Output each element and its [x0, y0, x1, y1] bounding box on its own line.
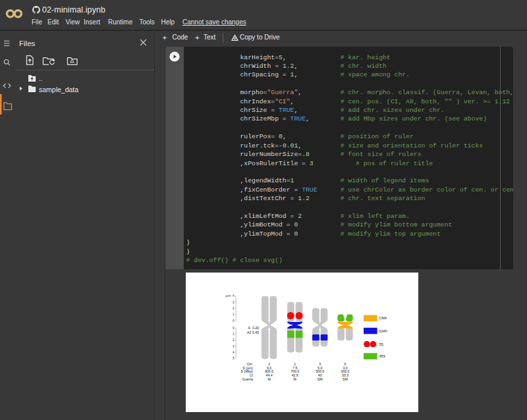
- svg-text:M: M: [294, 377, 296, 381]
- svg-text:CMA: CMA: [379, 316, 387, 320]
- svg-text:3: 3: [233, 344, 235, 348]
- svg-text:45S: 45S: [379, 354, 386, 358]
- svg-text:1: 1: [233, 313, 235, 316]
- svg-text:0: 0: [233, 319, 235, 322]
- svg-text:3: 3: [233, 300, 235, 303]
- svg-text:µm: µm: [226, 294, 231, 298]
- svg-text:4: 4: [233, 351, 235, 354]
- svg-text:1: 1: [233, 332, 235, 336]
- svg-text:A2 0.43: A2 0.43: [247, 330, 259, 334]
- svg-text:5: 5: [233, 357, 235, 360]
- svg-text:SM: SM: [318, 377, 323, 381]
- svg-text:2: 2: [233, 307, 235, 310]
- svg-text:M: M: [267, 377, 270, 381]
- svg-text:2: 2: [233, 338, 235, 342]
- svg-text:0: 0: [233, 326, 235, 329]
- svg-text:DAPI: DAPI: [379, 328, 387, 332]
- svg-text:4: 4: [233, 294, 235, 298]
- svg-text:A 0.20: A 0.20: [248, 326, 260, 330]
- svg-text:SM: SM: [343, 377, 348, 381]
- svg-text:5S: 5S: [379, 342, 384, 346]
- svg-text:Guerra: Guerra: [242, 377, 253, 381]
